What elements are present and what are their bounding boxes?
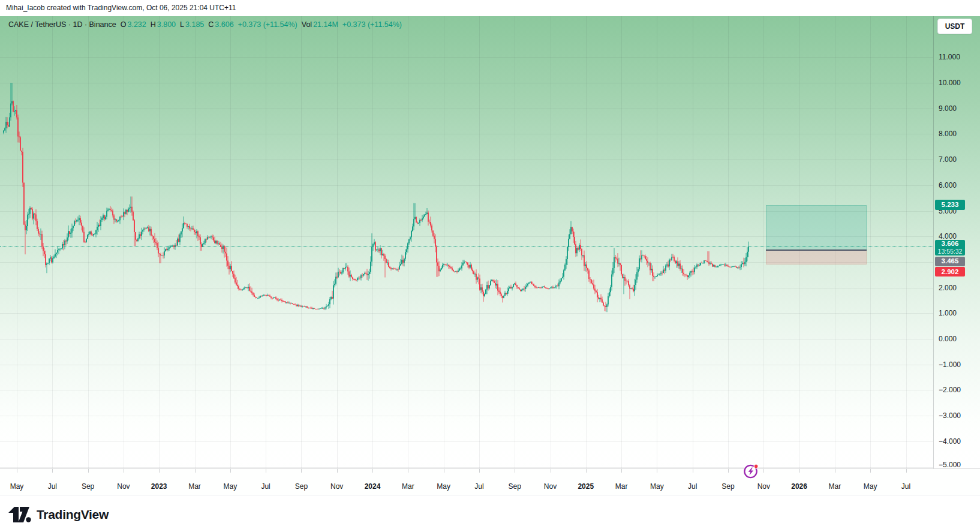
symbol-legend[interactable]: CAKE / TetherUS · 1D · Binance O 3.232 H… (8, 20, 402, 29)
time-axis-month-label: Mar (615, 482, 628, 491)
time-axis-tick (88, 469, 89, 473)
price-tick-label: 7.000 (939, 155, 957, 164)
ohlc-close-value: 3.606 (215, 20, 233, 29)
tradingview-logo-text: TradingView (37, 507, 109, 522)
tradingview-logo-icon (8, 507, 31, 522)
price-tick-label: 8.000 (939, 130, 957, 138)
change-value: +0.373 (+11.54%) (238, 20, 297, 29)
time-axis-year-label: 2024 (365, 482, 381, 491)
price-tick-label: −4.000 (939, 437, 961, 446)
stop-price-badge: 2.902 (935, 267, 965, 276)
entry-price-badge: 3.465 (935, 257, 965, 266)
time-axis-tick (337, 469, 338, 473)
time-axis-month-label: Sep (295, 482, 308, 491)
ohlc-close-label: C (208, 20, 214, 29)
time-axis-tick (52, 469, 53, 473)
ohlc-high-value: 3.800 (157, 20, 176, 29)
price-tick-label: 2.000 (939, 284, 957, 292)
footer: TradingView (0, 496, 980, 532)
price-tick-label: −2.000 (939, 386, 961, 394)
time-axis-month-label: Nov (757, 482, 770, 491)
current-price-badge: 3.60613:55:32 (935, 240, 965, 256)
attribution-text: Mihai_Iacob created with TradingView.com… (6, 4, 236, 12)
time-axis-tick (551, 469, 551, 473)
volume-change-value: +0.373 (+11.54%) (342, 20, 402, 29)
time-axis-month-label: Jul (261, 482, 270, 491)
price-tick-label: −3.000 (939, 411, 961, 420)
time-axis-tick (835, 469, 835, 473)
time-axis-tick (124, 469, 124, 473)
time-axis-tick (301, 469, 302, 473)
ohlc-low-label: L (180, 20, 184, 29)
time-axis-month-label: Sep (722, 482, 734, 491)
time-axis-month-label: Mar (188, 482, 201, 491)
time-axis-tick (515, 469, 515, 473)
ohlc-open-label: O (121, 20, 127, 29)
time-axis-tick (657, 469, 657, 473)
time-axis-month-label: May (650, 482, 664, 491)
time-axis-tick (621, 469, 622, 473)
time-axis-year-label: 2026 (791, 482, 807, 491)
price-tick-label: −5.000 (939, 461, 961, 469)
time-axis-tick (195, 469, 196, 473)
currency-toggle-button[interactable]: USDT (937, 19, 972, 34)
time-axis-month-label: Sep (82, 482, 94, 491)
time-axis-tick (159, 469, 160, 473)
ohlc-low-value: 3.185 (185, 20, 204, 29)
time-axis-tick (444, 469, 444, 473)
tradingview-snapshot: Mihai_Iacob created with TradingView.com… (0, 0, 980, 532)
time-axis-tick (906, 469, 907, 473)
volume-label: Vol (302, 20, 312, 29)
time-axis-tick (266, 469, 266, 473)
chart-plot-area[interactable]: CAKE / TetherUS · 1D · Binance O 3.232 H… (0, 16, 980, 468)
time-axis-tick (372, 469, 373, 473)
time-axis-month-label: Jul (901, 482, 910, 491)
time-axis-month-label: Mar (402, 482, 414, 491)
price-tick-label: 0.000 (939, 335, 957, 343)
attribution-bar: Mihai_Iacob created with TradingView.com… (0, 0, 980, 16)
time-axis-tick (870, 469, 871, 473)
price-tick-label: 9.000 (939, 104, 957, 113)
time-axis-tick (586, 469, 587, 473)
time-axis-month-label: May (223, 482, 237, 491)
time-axis-tick (408, 469, 408, 473)
price-tick-label: 6.000 (939, 181, 957, 190)
ohlc-open-value: 3.232 (127, 20, 146, 29)
time-axis-tick (799, 469, 800, 473)
time-axis-month-label: Jul (474, 482, 483, 491)
flash-marker-icon[interactable] (742, 462, 760, 480)
time-axis-month-label: Mar (829, 482, 841, 491)
volume-value: 21.14M (313, 20, 338, 29)
time-axis-month-label: May (10, 482, 24, 491)
time-axis-year-label: 2025 (578, 482, 594, 491)
target-price-badge: 5.233 (935, 200, 965, 210)
time-axis-month-label: Sep (509, 482, 521, 491)
price-tick-label: −1.000 (939, 360, 961, 369)
time-axis-tick (728, 469, 729, 473)
time-axis[interactable]: MayJulSepNov2023MarMayJulSepNov2024MarMa… (0, 468, 980, 495)
candlestick-series (0, 16, 933, 468)
price-tick-label: 11.000 (939, 53, 960, 61)
time-axis-tick (230, 469, 231, 473)
time-axis-month-label: May (864, 482, 877, 491)
tradingview-logo[interactable]: TradingView (8, 507, 109, 522)
time-axis-month-label: Jul (48, 482, 57, 491)
time-axis-month-label: Nov (330, 482, 343, 491)
price-axis[interactable]: 11.00010.0009.0008.0007.0006.0005.0004.0… (933, 16, 980, 468)
time-axis-month-label: Jul (688, 482, 697, 491)
symbol-title: CAKE / TetherUS · 1D · Binance (8, 20, 116, 29)
time-axis-tick (693, 469, 693, 473)
time-axis-month-label: Nov (544, 482, 557, 491)
price-tick-label: 10.000 (939, 79, 961, 87)
currency-button-label: USDT (945, 22, 965, 31)
time-axis-tick (763, 469, 764, 473)
time-axis-month-label: Nov (117, 482, 130, 491)
price-tick-label: 1.000 (939, 309, 957, 317)
ohlc-high-label: H (151, 20, 156, 29)
time-axis-tick (17, 469, 17, 473)
time-axis-year-label: 2023 (151, 482, 167, 491)
time-axis-tick (479, 469, 480, 473)
time-axis-month-label: May (437, 482, 450, 491)
